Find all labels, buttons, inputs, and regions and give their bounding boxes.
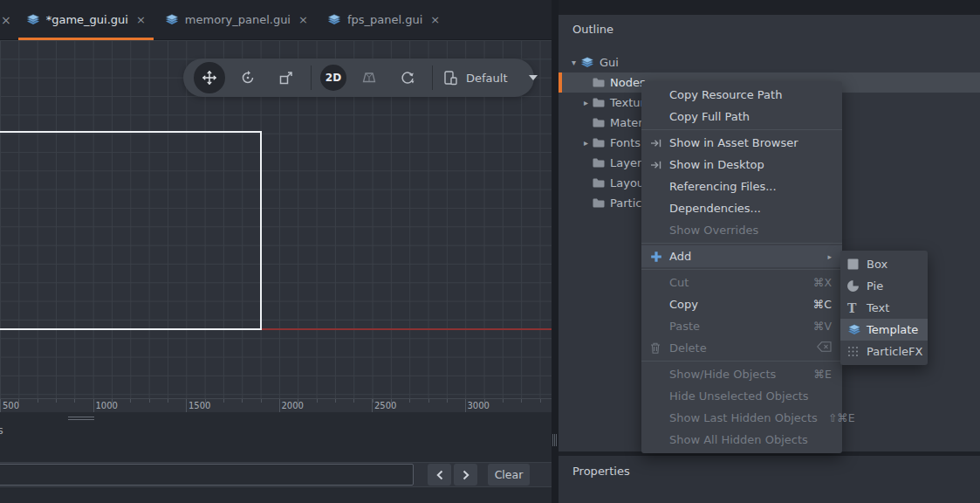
menu-item-dependencies[interactable]: Dependencies...	[641, 197, 842, 219]
folder-icon	[593, 138, 605, 148]
expander-closed-icon[interactable]: ▸	[579, 138, 593, 148]
tab-strip: *game_gui.gui×memory_panel.gui×fps_panel…	[17, 0, 449, 39]
menu-item-show-all-hidden-objects: Show All Hidden Objects	[641, 429, 842, 451]
particlefx-icon	[847, 346, 859, 357]
submenu-item-box[interactable]: Box	[840, 253, 928, 275]
ruler-tick	[93, 399, 94, 412]
gui-bounds-rect[interactable]	[0, 131, 262, 330]
menu-item-label: Show Overrides	[669, 224, 832, 237]
menu-item-delete: Delete	[641, 337, 842, 359]
scene-canvas[interactable]: 2D Default 50010001500200025003000	[0, 40, 552, 412]
menu-item-label: Referencing Files...	[669, 180, 832, 193]
ruler-tick-label: 2500	[374, 401, 396, 410]
submenu-item-label: Pie	[867, 279, 883, 293]
menu-separator	[641, 361, 842, 362]
move-icon	[202, 70, 217, 86]
tree-item-label: Nodes	[610, 76, 646, 89]
menu-item-show-in-desktop[interactable]: Show in Desktop	[641, 154, 842, 176]
menu-item-icon-slot	[650, 342, 669, 354]
text-icon: T	[847, 302, 856, 314]
chevron-down-icon[interactable]	[529, 75, 538, 80]
tab-bar: × *game_gui.gui×memory_panel.gui×fps_pan…	[0, 0, 552, 40]
search-input[interactable]	[0, 464, 414, 486]
tab-memory-panel-gui[interactable]: memory_panel.gui×	[155, 0, 318, 39]
menu-item-label: Show Last Hidden Objects	[669, 411, 818, 424]
ruler-tick	[186, 399, 187, 412]
menu-item-copy-resource-path[interactable]: Copy Resource Path	[641, 84, 842, 106]
mode-2d-label: 2D	[326, 72, 341, 84]
gui-scene-icon	[327, 14, 341, 25]
close-icon[interactable]: ×	[136, 13, 146, 26]
tree-item-label: Gui	[600, 56, 619, 69]
submenu-item-text[interactable]: TText	[840, 297, 928, 319]
expander-open-icon[interactable]: ▾	[567, 58, 580, 67]
menu-item-icon-slot	[650, 138, 669, 148]
tab-game-gui-gui[interactable]: *game_gui.gui×	[17, 0, 155, 39]
properties-panel: Properties	[559, 456, 980, 503]
context-menu: Copy Resource PathCopy Full PathShow in …	[641, 81, 842, 453]
menu-item-label: Show in Desktop	[669, 158, 832, 171]
vertical-splitter[interactable]	[552, 0, 559, 503]
next-match-button[interactable]	[454, 464, 477, 486]
ruler-tick-label: 1500	[188, 401, 210, 410]
rotate-tool-button[interactable]	[232, 62, 264, 93]
scene-toolbar: 2D Default	[183, 59, 534, 97]
close-icon[interactable]: ×	[430, 13, 440, 26]
menu-item-label: Show in Asset Browser	[669, 136, 832, 149]
folder-icon	[593, 158, 605, 168]
expander-closed-icon[interactable]: ▸	[579, 98, 593, 107]
submenu-item-pie[interactable]: Pie	[840, 275, 928, 297]
mode-2d-button[interactable]: 2D	[320, 65, 346, 91]
close-icon[interactable]: ×	[1, 13, 11, 27]
folder-icon	[593, 78, 605, 87]
submenu-item-label: ParticleFX	[867, 345, 922, 358]
menu-item-shortcut: ⇧⌘E	[828, 411, 855, 424]
folder-icon	[593, 178, 605, 188]
panel-top-strip	[559, 0, 980, 15]
submenu-item-particlefx[interactable]: ParticleFX	[840, 341, 928, 362]
menu-item-cut: Cut⌘X	[641, 272, 842, 293]
clear-button[interactable]: Clear	[488, 464, 530, 486]
submenu-item-icon-slot	[847, 280, 867, 292]
close-icon[interactable]: ×	[298, 13, 308, 26]
ruler-tick	[372, 399, 373, 412]
menu-item-label: Show All Hidden Objects	[669, 433, 832, 446]
ruler-tick	[0, 399, 1, 412]
folder-icon	[593, 98, 605, 107]
orbit-button[interactable]	[392, 62, 423, 93]
perspective-button[interactable]	[353, 62, 385, 93]
properties-title: Properties	[572, 465, 630, 478]
horizontal-splitter-handle[interactable]	[68, 417, 94, 422]
chevron-left-icon	[436, 470, 443, 480]
menu-item-label: Copy	[669, 298, 803, 311]
menu-item-shortcut: ⌘V	[813, 320, 832, 333]
menu-item-add[interactable]: Add▸	[641, 245, 842, 267]
prev-match-button[interactable]	[428, 464, 451, 486]
submenu-item-icon-slot	[847, 324, 867, 335]
add-plus-icon	[650, 251, 662, 263]
tab-fps-panel-gui[interactable]: fps_panel.gui×	[318, 0, 449, 39]
find-bar: Clear	[0, 462, 552, 487]
gui-scene-icon	[165, 14, 179, 25]
gui-scene-icon	[580, 57, 594, 68]
tree-item-gui[interactable]: ▾Gui	[559, 52, 980, 72]
scale-icon	[278, 70, 294, 86]
menu-item-icon-slot	[650, 251, 669, 263]
menu-item-label: Add	[669, 250, 820, 263]
rotate-icon	[240, 70, 256, 86]
menu-item-show-in-asset-browser[interactable]: Show in Asset Browser	[641, 132, 842, 154]
scale-tool-button[interactable]	[271, 62, 302, 93]
template-icon	[847, 324, 861, 335]
erase-key-icon	[817, 341, 832, 352]
tab-label: *game_gui.gui	[46, 13, 128, 26]
submenu-item-template[interactable]: Template	[840, 319, 928, 341]
splitter-grip-icon	[552, 434, 557, 446]
menu-item-copy-full-path[interactable]: Copy Full Path	[641, 106, 842, 127]
submenu-item-icon-slot: T	[847, 302, 867, 314]
menu-item-referencing-files[interactable]: Referencing Files...	[641, 176, 842, 197]
menu-item-show-overrides: Show Overrides	[641, 219, 842, 241]
menu-item-copy[interactable]: Copy⌘C	[641, 293, 842, 315]
move-tool-button[interactable]	[194, 62, 225, 93]
trash-icon	[650, 342, 661, 354]
box-icon	[847, 258, 859, 270]
